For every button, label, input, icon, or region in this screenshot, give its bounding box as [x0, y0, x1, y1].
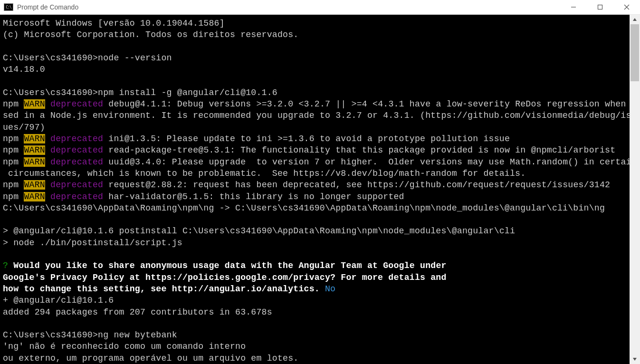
warn-message: debug@4.1.1: Debug versions >=3.2.0 <3.2… — [103, 99, 630, 109]
svg-marker-4 — [633, 18, 637, 21]
output-line: added 294 packages from 207 contributors… — [3, 307, 272, 317]
command-prompt-window: C:\ Prompt de Comando Microsoft Windows … — [0, 0, 640, 364]
output-line: v14.18.0 — [3, 65, 45, 74]
minimize-button[interactable] — [560, 0, 587, 14]
warn-message: read-package-tree@5.3.1: The functionali… — [103, 145, 615, 155]
output-line: circumstances, which is known to be prob… — [3, 169, 525, 178]
prompt-line: C:\Users\cs341690>ng new bytebank — [3, 330, 177, 340]
spacer — [45, 157, 50, 167]
output-line: > node ./bin/postinstall/script.js — [3, 238, 182, 248]
prompt-line: C:\Users\cs341690>node --version — [3, 53, 172, 63]
npm-label: npm — [3, 134, 24, 144]
spacer — [45, 99, 50, 109]
spacer — [45, 192, 50, 201]
output-line: (c) Microsoft Corporation. Todos os dire… — [3, 30, 298, 39]
window-controls — [560, 0, 640, 14]
question-mark-icon: ? — [3, 261, 8, 270]
question-text: Google's Privacy Policy at https://polic… — [3, 273, 447, 282]
prompt-line: C:\Users\cs341690>npm install -g @angula… — [3, 88, 277, 97]
npm-label: npm — [3, 99, 24, 109]
deprecated-label: deprecated — [50, 99, 103, 109]
cmd-icon: C:\ — [4, 3, 13, 11]
scroll-down-arrow-icon[interactable] — [630, 354, 640, 364]
output-line: > @angular/cli@10.1.6 postinstall C:\Use… — [3, 226, 515, 236]
output-line: sed in a Node.js environment. It is reco… — [3, 111, 630, 120]
warn-badge: WARN — [24, 134, 45, 144]
deprecated-label: deprecated — [50, 180, 103, 190]
deprecated-label: deprecated — [50, 145, 103, 155]
spacer — [45, 180, 50, 190]
output-line: C:\Users\cs341690\AppData\Roaming\npm\ng… — [3, 203, 605, 213]
titlebar[interactable]: C:\ Prompt de Comando — [0, 0, 640, 15]
terminal-area: Microsoft Windows [versão 10.0.19044.158… — [0, 15, 640, 364]
warn-message: request@2.88.2: request has been depreca… — [103, 180, 610, 190]
output-line: ues/797) — [3, 123, 45, 132]
warn-message: ini@1.3.5: Please update to ini >=1.3.6 … — [103, 134, 510, 144]
error-line: ou externo, um programa operável ou um a… — [3, 354, 298, 363]
error-line: 'ng' não é reconhecido como um comando i… — [3, 342, 246, 351]
deprecated-label: deprecated — [50, 157, 103, 167]
answer-text: No — [325, 284, 335, 294]
npm-label: npm — [3, 180, 24, 190]
deprecated-label: deprecated — [50, 192, 103, 201]
warn-badge: WARN — [24, 99, 45, 109]
warn-message: uuid@3.4.0: Please upgrade to version 7 … — [103, 157, 630, 167]
npm-label: npm — [3, 157, 24, 167]
question-text: how to change this setting, see http://a… — [3, 284, 325, 294]
terminal-output[interactable]: Microsoft Windows [versão 10.0.19044.158… — [0, 15, 630, 364]
warn-badge: WARN — [24, 157, 45, 167]
svg-rect-1 — [598, 5, 602, 10]
warn-message: har-validator@5.1.5: this library is no … — [103, 192, 404, 201]
spacer — [45, 134, 50, 144]
scroll-up-arrow-icon[interactable] — [630, 15, 640, 24]
window-title: Prompt de Comando — [17, 3, 78, 11]
vertical-scrollbar[interactable] — [630, 15, 640, 364]
question-text: Would you like to share anonymous usage … — [8, 261, 447, 270]
svg-marker-5 — [633, 358, 637, 361]
warn-badge: WARN — [24, 145, 45, 155]
npm-label: npm — [3, 192, 24, 201]
close-button[interactable] — [613, 0, 640, 14]
warn-badge: WARN — [24, 192, 45, 201]
deprecated-label: deprecated — [50, 134, 103, 144]
warn-badge: WARN — [24, 180, 45, 190]
output-line: Microsoft Windows [versão 10.0.19044.158… — [3, 19, 225, 28]
output-line: + @angular/cli@10.1.6 — [3, 296, 114, 305]
scroll-thumb[interactable] — [630, 24, 639, 81]
spacer — [45, 145, 50, 155]
npm-label: npm — [3, 145, 24, 155]
maximize-button[interactable] — [587, 0, 613, 14]
